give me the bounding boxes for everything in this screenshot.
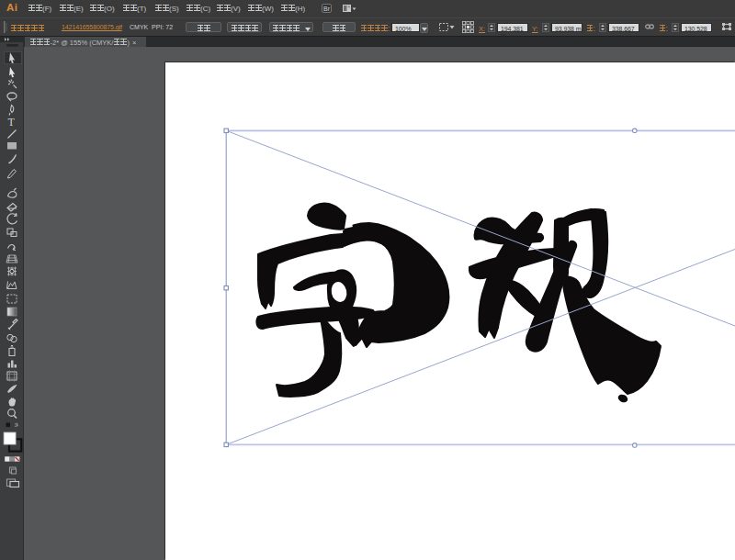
svg-text:T: T [8, 116, 16, 129]
